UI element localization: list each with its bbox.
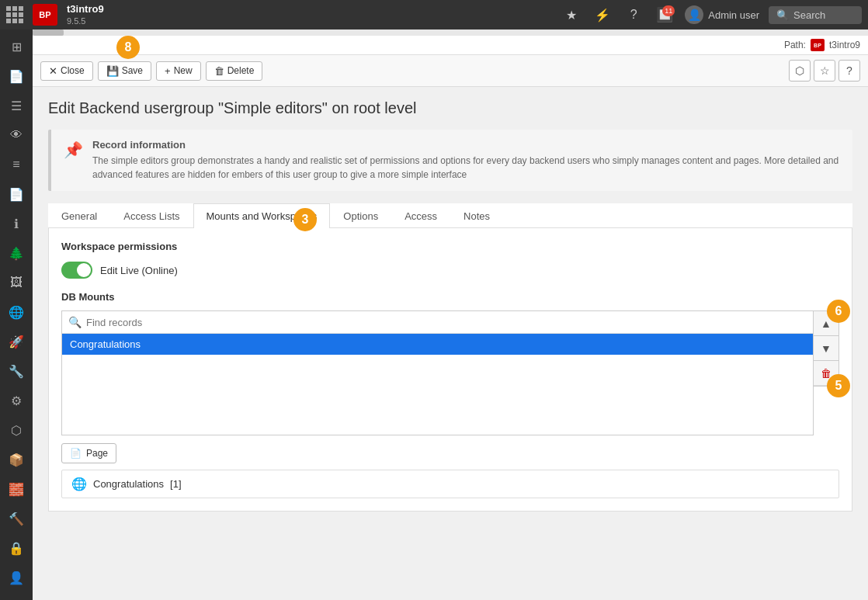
sidebar: ⊞ 📄 ☰ 👁 ≡ 📄 ℹ 🌲 🖼 🌐 🚀 🔧 ⚙ ⬡ 📦 🧱 🔨 🔒 👤 [0, 29, 33, 600]
db-mounts-section: DB Mounts 🔍 Congra [61, 291, 839, 498]
tab-access-lists[interactable]: Access Lists [110, 203, 193, 228]
search-icon: 🔍 [776, 9, 789, 21]
path-label: Path: [784, 40, 806, 50]
save-icon: 💾 [106, 65, 119, 77]
context-help-icon[interactable]: ? [838, 60, 860, 82]
tab-access[interactable]: Access [391, 203, 450, 228]
path-logo: BP [811, 39, 825, 51]
topbar: BP t3intro9 9.5.5 ★ ⚡ ? 🔲 11 👤 Admin use… [0, 0, 868, 29]
user-name: Admin user [708, 9, 759, 21]
info-box-title: Record information [92, 139, 840, 151]
sidebar-item-blocks[interactable]: 🧱 [2, 475, 31, 503]
new-label: New [174, 65, 193, 76]
badge-5-bottom: 5 [827, 374, 850, 397]
badge-6: 6 [827, 300, 850, 323]
sidebar-item-lock[interactable]: 🔒 [2, 534, 31, 562]
action-toolbar: ✕ Close 💾 Save + New 🗑 Delete ⬡ ☆ ? [33, 55, 868, 87]
app-logo: BP [33, 4, 57, 26]
sidebar-item-media[interactable]: 🖼 [2, 269, 31, 297]
mounts-side-controls: 6 ▲ ▼ 🗑 5 [814, 310, 839, 387]
notification-badge: 11 [662, 5, 675, 16]
sidebar-item-pagetree[interactable]: 🌲 [2, 239, 31, 267]
app-info: t3intro9 9.5.5 [67, 3, 104, 27]
workspace-permissions-title: Workspace permissions [61, 241, 839, 252]
record-count: [1] [170, 478, 181, 490]
notifications-icon[interactable]: 🔲 11 [654, 4, 675, 26]
sidebar-item-list[interactable]: ☰ [2, 92, 31, 120]
info-box: 📌 Record information The simple editors … [48, 130, 852, 191]
sidebar-item-info[interactable]: ℹ [2, 210, 31, 238]
sidebar-item-grid[interactable]: ⊞ [2, 33, 31, 61]
sidebar-item-settings[interactable]: ⚙ [2, 387, 31, 414]
open-new-window-icon[interactable]: ⬡ [789, 60, 811, 82]
save-label: Save [122, 65, 143, 76]
delete-button[interactable]: 🗑 Delete [206, 61, 263, 81]
app-version: 9.5.5 [67, 16, 85, 26]
page-btn-label: Page [86, 448, 108, 459]
delete-label: Delete [227, 65, 255, 76]
page-button[interactable]: 📄 Page [61, 443, 116, 463]
favorites-icon[interactable]: ★ [561, 4, 582, 26]
toggle-row: Edit Live (Online) [61, 262, 839, 279]
sidebar-item-content[interactable]: 📄 [2, 180, 31, 208]
tab-notes[interactable]: Notes [450, 203, 503, 228]
page-content: Edit Backend usergroup "Simple editors" … [33, 87, 868, 600]
new-button[interactable]: + New [156, 61, 201, 81]
tabs-bar: General Access Lists Mounts and Workspac… [48, 203, 852, 228]
tab-mounts-workspaces[interactable]: Mounts and Workspaces [193, 203, 331, 228]
sidebar-item-box[interactable]: 📦 [2, 446, 31, 473]
sidebar-item-textedit[interactable]: ≡ [2, 151, 31, 179]
record-globe-icon: 🌐 [71, 477, 87, 491]
mount-item-label: Congratulations [70, 338, 141, 350]
page-icon: 📄 [70, 448, 82, 459]
info-pin-icon: 📌 [64, 140, 83, 182]
path-bar: Path: BP t3intro9 [33, 36, 868, 55]
toolbar-action-icons: ⬡ ☆ ? [789, 60, 860, 82]
record-label: Congratulations [93, 478, 164, 490]
mounts-search-icon: 🔍 [68, 316, 82, 328]
tab-general[interactable]: General [48, 203, 110, 228]
sidebar-item-rocket[interactable]: 🚀 [2, 328, 31, 355]
db-mounts-title: DB Mounts [61, 291, 839, 303]
record-row: 🌐 Congratulations [1] [61, 470, 839, 498]
grid-menu-icon[interactable] [6, 6, 23, 23]
app-name: t3intro9 [67, 3, 104, 16]
mounts-list: Congratulations [62, 334, 813, 435]
sidebar-item-preview[interactable]: 👁 [2, 121, 31, 149]
scroll-indicator [33, 29, 868, 36]
edit-live-label: Edit Live (Online) [100, 265, 178, 276]
delete-icon: 🗑 [214, 65, 224, 77]
sidebar-item-extension[interactable]: ⬡ [2, 416, 31, 444]
search-label: Search [793, 9, 825, 21]
flash-icon[interactable]: ⚡ [592, 4, 613, 26]
mounts-search-input[interactable] [86, 317, 807, 328]
new-icon: + [165, 65, 171, 77]
sidebar-item-file[interactable]: 📄 [2, 62, 31, 90]
bookmark-icon[interactable]: ☆ [814, 60, 835, 82]
user-menu[interactable]: 👤 Admin user [685, 5, 759, 24]
sidebar-item-globe[interactable]: 🌐 [2, 298, 31, 326]
mounts-search-row: 🔍 [62, 311, 813, 334]
sidebar-item-hammer[interactable]: 🔨 [2, 505, 31, 532]
user-avatar: 👤 [685, 5, 703, 24]
close-icon: ✕ [49, 65, 57, 77]
save-button[interactable]: 💾 Save [98, 61, 151, 81]
mounts-list-box: 🔍 Congratulations [61, 310, 814, 435]
mount-item[interactable]: Congratulations [62, 334, 813, 355]
info-box-text: The simple editors group demonstrates a … [92, 154, 840, 182]
close-button[interactable]: ✕ Close [40, 61, 93, 81]
path-name: t3intro9 [829, 40, 860, 50]
search-bar[interactable]: 🔍 Search [769, 6, 862, 24]
scroll-down-btn[interactable]: ▼ [814, 336, 838, 361]
sidebar-item-user[interactable]: 👤 [2, 564, 31, 591]
tab-options[interactable]: Options [330, 203, 391, 228]
help-icon[interactable]: ? [623, 4, 644, 26]
page-title: Edit Backend usergroup "Simple editors" … [48, 99, 852, 117]
tab-panel: Workspace permissions Edit Live (Online)… [48, 228, 852, 512]
edit-live-toggle[interactable] [61, 262, 92, 279]
close-label: Close [61, 65, 85, 76]
sidebar-item-wrench[interactable]: 🔧 [2, 357, 31, 385]
